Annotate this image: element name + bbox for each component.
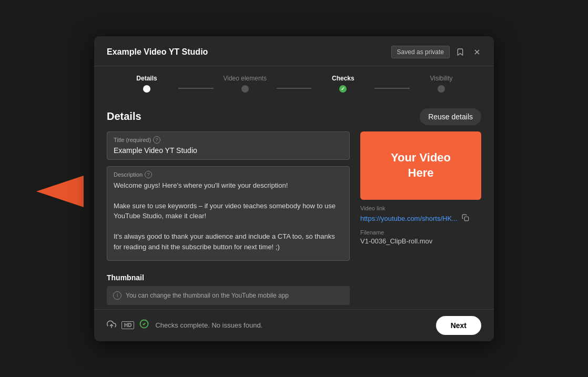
- step-checks-dot: [339, 85, 347, 93]
- filename-value: V1-0036_ClipB-roll.mov: [360, 237, 481, 245]
- checks-complete-icon: [139, 319, 149, 331]
- saved-badge: Saved as private: [391, 46, 450, 58]
- description-help-icon[interactable]: ?: [145, 171, 152, 178]
- steps-bar: Details Video elements Checks Visibility: [94, 66, 494, 101]
- section-title: Details: [107, 110, 141, 123]
- left-column: Title (required) ? Description ? Welcome…: [107, 131, 350, 309]
- modal-container: Example Video YT Studio Saved as private: [94, 36, 494, 341]
- footer-status: Checks complete. No issues found.: [155, 321, 429, 329]
- hd-badge: HD: [121, 321, 134, 329]
- modal-title: Example Video YT Studio: [107, 47, 208, 57]
- step-details[interactable]: Details: [115, 75, 178, 93]
- step-visibility-label: Visibility: [430, 75, 452, 82]
- footer-icons: HD: [107, 319, 149, 331]
- info-icon: i: [113, 291, 121, 300]
- thumbnail-section: Thumbnail i You can change the thumbnail…: [107, 267, 350, 309]
- upload-icon: [107, 320, 116, 331]
- reuse-details-button[interactable]: Reuse details: [420, 108, 481, 125]
- title-label: Title (required) ?: [114, 136, 343, 144]
- video-meta: Video link https://youtube.com/shorts/HK…: [360, 205, 481, 245]
- title-input[interactable]: [114, 146, 343, 155]
- modal-footer: HD Checks complete. No issues found. Nex…: [94, 309, 494, 341]
- close-button[interactable]: [471, 46, 483, 58]
- step-video-elements[interactable]: Video elements: [214, 75, 277, 93]
- step-checks[interactable]: Checks: [311, 75, 374, 93]
- video-link-item: Video link https://youtube.com/shorts/HK…: [360, 205, 481, 224]
- main-columns: Title (required) ? Description ? Welcome…: [107, 131, 481, 309]
- video-link-label: Video link: [360, 205, 481, 211]
- thumbnail-title: Thumbnail: [107, 273, 350, 282]
- description-textarea[interactable]: Welcome guys! Here's where you'll write …: [114, 180, 343, 254]
- step-details-dot: [143, 85, 150, 93]
- copy-link-button[interactable]: [461, 213, 470, 224]
- arrow-pointer: [31, 173, 84, 210]
- right-column: Your VideoHere Video link https://youtub…: [360, 131, 481, 309]
- step-checks-label: Checks: [332, 75, 354, 82]
- filename-label: Filename: [360, 229, 481, 236]
- connector-2: [277, 88, 312, 89]
- content-top: Details Reuse details: [107, 101, 481, 131]
- filename-item: Filename V1-0036_ClipB-roll.mov: [360, 229, 481, 245]
- step-video-elements-label: Video elements: [223, 75, 267, 82]
- step-details-label: Details: [136, 75, 157, 82]
- thumbnail-notice-text: You can change the thumbnail on the YouT…: [126, 292, 289, 299]
- step-visibility[interactable]: Visibility: [410, 75, 473, 93]
- outer-wrapper: Example Video YT Studio Saved as private: [89, 36, 499, 341]
- svg-marker-0: [36, 176, 84, 207]
- bookmark-button[interactable]: [454, 46, 467, 58]
- video-placeholder-text: Your VideoHere: [391, 150, 451, 180]
- header-actions: Saved as private: [391, 46, 483, 58]
- step-visibility-dot: [438, 85, 445, 93]
- description-field-group: Description ? Welcome guys! Here's where…: [107, 166, 350, 261]
- next-button[interactable]: Next: [436, 316, 481, 335]
- modal-header: Example Video YT Studio Saved as private: [94, 36, 494, 66]
- svg-rect-3: [464, 217, 469, 221]
- title-field-group: Title (required) ?: [107, 131, 350, 160]
- connector-1: [178, 88, 214, 89]
- title-help-icon[interactable]: ?: [153, 136, 160, 144]
- video-preview: Your VideoHere: [360, 131, 481, 200]
- thumbnail-notice: i You can change the thumbnail on the Yo…: [107, 286, 350, 305]
- description-label: Description ?: [114, 171, 343, 178]
- video-link-value: https://youtube.com/shorts/HK...: [360, 213, 481, 224]
- step-video-elements-dot: [241, 85, 249, 93]
- modal-content: Details Reuse details Title (required) ?: [94, 101, 494, 309]
- connector-3: [374, 88, 410, 89]
